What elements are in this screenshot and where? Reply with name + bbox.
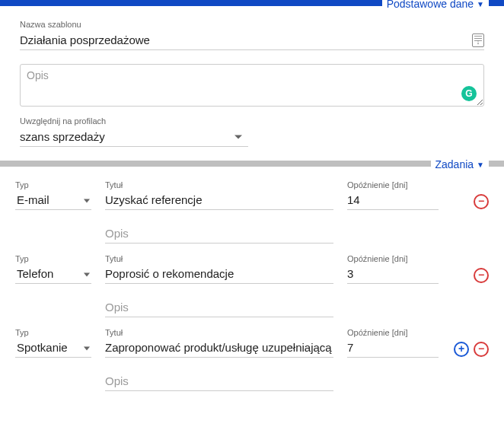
type-label: Typ (15, 328, 91, 337)
chevron-down-icon: ▼ (477, 0, 484, 8)
task-delay-input[interactable] (347, 190, 439, 210)
tasks-toggle[interactable]: Zadania ▼ (431, 158, 490, 170)
type-label: Typ (15, 254, 91, 263)
profiles-select[interactable] (20, 127, 248, 147)
minus-icon: − (478, 196, 484, 206)
minus-icon: − (478, 343, 484, 354)
task-description-input[interactable] (105, 224, 333, 244)
task-row: Typ Tytuł Opóźnienie [dni] − (15, 180, 489, 244)
basic-data-header-bar: Podstawowe dane ▼ (0, 0, 504, 6)
basic-data-toggle[interactable]: Podstawowe dane ▼ (382, 0, 489, 10)
basic-data-title: Podstawowe dane (387, 0, 474, 10)
type-label: Typ (15, 180, 91, 189)
tasks-header-bar: Zadania ▼ (0, 161, 504, 167)
grammarly-icon[interactable]: G (461, 86, 477, 101)
remove-task-button[interactable]: − (474, 268, 489, 283)
title-label: Tytuł (105, 328, 333, 337)
task-title-input[interactable] (105, 338, 333, 358)
template-name-label: Nazwa szablonu (20, 20, 484, 29)
delay-label: Opóźnienie [dni] (347, 328, 439, 337)
remove-task-button[interactable]: − (474, 194, 489, 209)
basic-data-form: Nazwa szablonu ↓ G Uwzględnij na profila… (0, 6, 504, 161)
chevron-down-icon: ▼ (477, 161, 484, 169)
task-delay-input[interactable] (347, 264, 439, 284)
task-row: Typ Tytuł Opóźnienie [dni] − (15, 254, 489, 317)
tasks-title: Zadania (435, 158, 474, 170)
task-type-select[interactable] (15, 338, 91, 358)
template-name-input[interactable] (20, 30, 484, 50)
delay-label: Opóźnienie [dni] (347, 180, 439, 189)
title-label: Tytuł (105, 254, 333, 263)
task-description-input[interactable] (105, 371, 333, 391)
task-type-select[interactable] (15, 264, 91, 284)
remove-task-button[interactable]: − (474, 342, 489, 357)
plus-icon: + (458, 343, 464, 354)
minus-icon: − (478, 269, 484, 280)
task-delay-input[interactable] (347, 338, 439, 358)
task-row: Typ Tytuł Opóźnienie [dni] + − (15, 328, 489, 391)
task-type-select[interactable] (15, 190, 91, 210)
tasks-form: Typ Tytuł Opóźnienie [dni] − Typ (0, 167, 504, 399)
title-label: Tytuł (105, 180, 333, 189)
profiles-label: Uwzględnij na profilach (20, 116, 484, 126)
task-description-input[interactable] (105, 298, 333, 317)
task-title-input[interactable] (105, 264, 333, 284)
task-title-input[interactable] (105, 190, 333, 210)
save-template-icon[interactable]: ↓ (472, 33, 484, 47)
description-textarea[interactable] (20, 64, 484, 107)
delay-label: Opóźnienie [dni] (347, 254, 439, 263)
add-task-button[interactable]: + (454, 342, 469, 357)
